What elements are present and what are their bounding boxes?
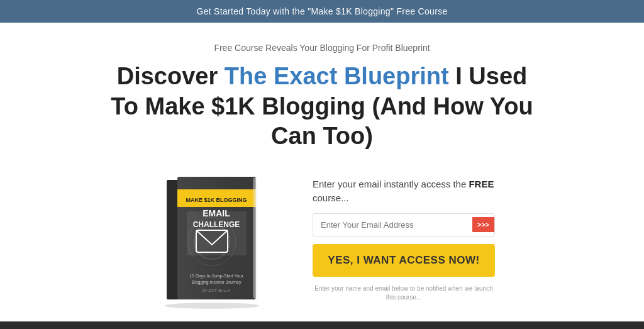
svg-text:EMAIL: EMAIL — [203, 208, 230, 218]
email-input-wrapper[interactable]: >>> — [313, 213, 495, 237]
subtitle: Free Course Reveals Your Blogging For Pr… — [214, 43, 430, 53]
disclaimer-text: Enter your name and email below to be no… — [313, 284, 495, 302]
headline-part1: Discover — [117, 63, 225, 89]
cta-button[interactable]: YES, I WANT ACCESS NOW! — [313, 244, 495, 277]
main-content: Free Course Reveals Your Blogging For Pr… — [0, 23, 644, 321]
form-desc-part2: course... — [313, 192, 349, 203]
svg-text:BY JEFF BULLA: BY JEFF BULLA — [203, 289, 231, 293]
banner-text: Get Started Today with the "Make $1K Blo… — [196, 6, 447, 16]
headline: Discover The Exact Blueprint I Used To M… — [108, 62, 536, 152]
book-container: MAKE $1K BLOGGING EMAIL CHALLENGE 10 Day… — [149, 170, 275, 309]
book-image: MAKE $1K BLOGGING EMAIL CHALLENGE 10 Day… — [155, 170, 269, 309]
svg-point-0 — [165, 303, 259, 309]
svg-text:10 Days to Jump-Start Your: 10 Days to Jump-Start Your — [189, 274, 243, 279]
footer: Lima Charlie Media, LLC · All Rights Res… — [0, 321, 644, 330]
form-side: Enter your email instantly access the FR… — [313, 177, 495, 302]
form-desc-strong: FREE — [469, 179, 494, 189]
svg-rect-16 — [253, 178, 255, 298]
form-description: Enter your email instantly access the FR… — [313, 177, 495, 206]
headline-accent: The Exact Blueprint — [225, 63, 449, 89]
email-input[interactable] — [313, 214, 472, 236]
email-submit-icon: >>> — [472, 217, 494, 232]
top-banner: Get Started Today with the "Make $1K Blo… — [0, 0, 644, 23]
form-desc-part1: Enter your email instantly access the — [313, 179, 469, 189]
svg-text:MAKE $1K BLOGGING: MAKE $1K BLOGGING — [186, 197, 247, 203]
two-col-layout: MAKE $1K BLOGGING EMAIL CHALLENGE 10 Day… — [64, 170, 580, 309]
svg-text:Blogging Income Journey: Blogging Income Journey — [192, 280, 242, 285]
